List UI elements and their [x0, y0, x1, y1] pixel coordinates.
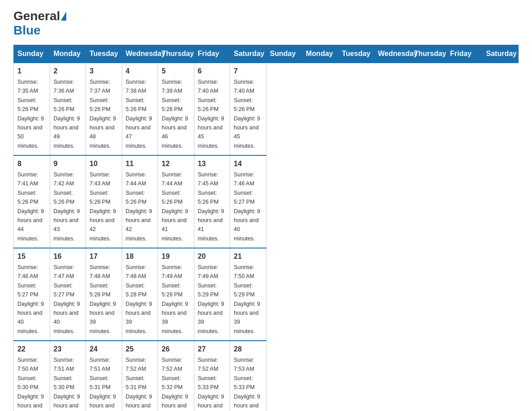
calendar-day-cell: 2Sunrise: 7:36 AMSunset: 5:26 PMDaylight… [50, 63, 86, 155]
day-header-wednesday: Wednesday [374, 45, 411, 63]
day-info: Sunrise: 7:38 AMSunset: 5:26 PMDaylight:… [126, 79, 152, 149]
day-number: 14 [234, 158, 262, 169]
day-info: Sunrise: 7:45 AMSunset: 5:26 PMDaylight:… [198, 171, 224, 242]
day-info: Sunrise: 7:39 AMSunset: 5:26 PMDaylight:… [162, 79, 188, 149]
day-header-monday: Monday [50, 45, 86, 63]
calendar-day-cell: 27Sunrise: 7:52 AMSunset: 5:33 PMDayligh… [194, 341, 230, 411]
logo: General Blue [13, 9, 67, 38]
day-header-thursday: Thursday [158, 45, 194, 63]
day-number: 23 [54, 344, 82, 355]
day-info: Sunrise: 7:51 AMSunset: 5:30 PMDaylight:… [54, 357, 80, 411]
day-info: Sunrise: 7:52 AMSunset: 5:33 PMDaylight:… [198, 357, 224, 411]
day-info: Sunrise: 7:51 AMSunset: 5:31 PMDaylight:… [90, 357, 116, 411]
day-number: 7 [234, 66, 262, 77]
day-header-wednesday: Wednesday [122, 45, 158, 63]
day-number: 4 [126, 66, 154, 77]
day-info: Sunrise: 7:48 AMSunset: 5:28 PMDaylight:… [90, 264, 116, 334]
calendar-day-cell: 15Sunrise: 7:46 AMSunset: 5:27 PMDayligh… [14, 248, 50, 341]
day-number: 5 [162, 66, 190, 77]
day-header-monday: Monday [302, 45, 339, 63]
day-header-thursday: Thursday [410, 45, 446, 63]
day-info: Sunrise: 7:46 AMSunset: 5:27 PMDaylight:… [17, 264, 44, 334]
calendar-week-row: 1Sunrise: 7:35 AMSunset: 5:26 PMDaylight… [14, 63, 519, 155]
day-number: 1 [17, 66, 46, 77]
calendar-day-cell: 19Sunrise: 7:49 AMSunset: 5:28 PMDayligh… [158, 248, 194, 341]
calendar-day-cell: 26Sunrise: 7:52 AMSunset: 5:32 PMDayligh… [158, 341, 194, 411]
day-header-saturday: Saturday [482, 45, 519, 63]
day-header-sunday: Sunday [14, 45, 50, 63]
calendar-header-row: SundayMondayTuesdayWednesdayThursdayFrid… [14, 45, 519, 63]
day-number: 16 [54, 251, 82, 262]
day-header-tuesday: Tuesday [86, 45, 122, 63]
day-number: 24 [90, 344, 118, 355]
calendar-day-cell: 9Sunrise: 7:42 AMSunset: 5:26 PMDaylight… [50, 155, 86, 248]
day-info: Sunrise: 7:46 AMSunset: 5:27 PMDaylight:… [234, 171, 260, 242]
logo-general-text: General [13, 9, 60, 23]
day-number: 27 [198, 344, 227, 355]
day-info: Sunrise: 7:40 AMSunset: 5:26 PMDaylight:… [234, 79, 260, 149]
day-number: 28 [234, 344, 262, 355]
day-info: Sunrise: 7:43 AMSunset: 5:26 PMDaylight:… [90, 171, 116, 242]
day-info: Sunrise: 7:44 AMSunset: 5:26 PMDaylight:… [162, 171, 188, 242]
day-number: 9 [54, 158, 82, 169]
calendar-day-cell: 11Sunrise: 7:44 AMSunset: 5:26 PMDayligh… [122, 155, 158, 248]
day-info: Sunrise: 7:47 AMSunset: 5:27 PMDaylight:… [54, 264, 80, 334]
calendar-day-cell: 4Sunrise: 7:38 AMSunset: 5:26 PMDaylight… [122, 63, 158, 155]
day-info: Sunrise: 7:36 AMSunset: 5:26 PMDaylight:… [54, 79, 80, 149]
logo-triangle-icon [61, 12, 66, 21]
day-info: Sunrise: 7:40 AMSunset: 5:26 PMDaylight:… [198, 79, 224, 149]
day-info: Sunrise: 7:52 AMSunset: 5:32 PMDaylight:… [162, 357, 188, 411]
calendar-day-cell: 21Sunrise: 7:50 AMSunset: 5:29 PMDayligh… [230, 248, 266, 341]
calendar-day-cell: 14Sunrise: 7:46 AMSunset: 5:27 PMDayligh… [230, 155, 266, 248]
day-header-tuesday: Tuesday [338, 45, 374, 63]
day-number: 22 [17, 344, 46, 355]
calendar-day-cell: 24Sunrise: 7:51 AMSunset: 5:31 PMDayligh… [86, 341, 122, 411]
day-number: 11 [126, 158, 154, 169]
calendar-day-cell: 23Sunrise: 7:51 AMSunset: 5:30 PMDayligh… [50, 341, 86, 411]
day-number: 18 [126, 251, 154, 262]
day-header-friday: Friday [446, 45, 483, 63]
day-info: Sunrise: 7:49 AMSunset: 5:28 PMDaylight:… [162, 264, 188, 334]
day-header-sunday: Sunday [266, 45, 302, 63]
day-number: 21 [234, 251, 262, 262]
day-number: 10 [90, 158, 118, 169]
calendar-day-cell: 13Sunrise: 7:45 AMSunset: 5:26 PMDayligh… [194, 155, 230, 248]
calendar-week-row: 22Sunrise: 7:50 AMSunset: 5:30 PMDayligh… [14, 341, 519, 411]
day-number: 17 [90, 251, 118, 262]
day-header-friday: Friday [194, 45, 230, 63]
day-info: Sunrise: 7:50 AMSunset: 5:29 PMDaylight:… [234, 264, 260, 334]
calendar-day-cell: 10Sunrise: 7:43 AMSunset: 5:26 PMDayligh… [86, 155, 122, 248]
day-number: 25 [126, 344, 154, 355]
day-number: 8 [17, 158, 46, 169]
day-number: 19 [162, 251, 190, 262]
day-info: Sunrise: 7:52 AMSunset: 5:31 PMDaylight:… [126, 357, 152, 411]
calendar-day-cell: 1Sunrise: 7:35 AMSunset: 5:26 PMDaylight… [14, 63, 50, 155]
calendar-day-cell: 22Sunrise: 7:50 AMSunset: 5:30 PMDayligh… [14, 341, 50, 411]
calendar-day-cell: 28Sunrise: 7:53 AMSunset: 5:33 PMDayligh… [230, 341, 266, 411]
day-info: Sunrise: 7:48 AMSunset: 5:28 PMDaylight:… [126, 264, 152, 334]
calendar-day-cell: 16Sunrise: 7:47 AMSunset: 5:27 PMDayligh… [50, 248, 86, 341]
calendar-day-cell: 12Sunrise: 7:44 AMSunset: 5:26 PMDayligh… [158, 155, 194, 248]
page-header: General Blue [13, 9, 519, 38]
day-info: Sunrise: 7:50 AMSunset: 5:30 PMDaylight:… [17, 357, 44, 411]
day-info: Sunrise: 7:37 AMSunset: 5:26 PMDaylight:… [90, 79, 116, 149]
day-info: Sunrise: 7:35 AMSunset: 5:26 PMDaylight:… [17, 79, 44, 149]
logo-blue-text: Blue [13, 23, 41, 38]
calendar-day-cell: 17Sunrise: 7:48 AMSunset: 5:28 PMDayligh… [86, 248, 122, 341]
calendar-week-row: 15Sunrise: 7:46 AMSunset: 5:27 PMDayligh… [14, 248, 519, 341]
day-number: 20 [198, 251, 227, 262]
calendar-day-cell: 6Sunrise: 7:40 AMSunset: 5:26 PMDaylight… [194, 63, 230, 155]
calendar-day-cell: 7Sunrise: 7:40 AMSunset: 5:26 PMDaylight… [230, 63, 266, 155]
calendar-day-cell: 3Sunrise: 7:37 AMSunset: 5:26 PMDaylight… [86, 63, 122, 155]
day-number: 15 [17, 251, 46, 262]
calendar-table: SundayMondayTuesdayWednesdayThursdayFrid… [13, 45, 519, 411]
day-info: Sunrise: 7:41 AMSunset: 5:26 PMDaylight:… [17, 171, 44, 242]
day-number: 3 [90, 66, 118, 77]
day-number: 6 [198, 66, 227, 77]
calendar-day-cell: 20Sunrise: 7:49 AMSunset: 5:29 PMDayligh… [194, 248, 230, 341]
day-info: Sunrise: 7:44 AMSunset: 5:26 PMDaylight:… [126, 171, 152, 242]
day-info: Sunrise: 7:49 AMSunset: 5:29 PMDaylight:… [198, 264, 224, 334]
day-info: Sunrise: 7:42 AMSunset: 5:26 PMDaylight:… [54, 171, 80, 242]
day-number: 2 [54, 66, 82, 77]
day-number: 12 [162, 158, 190, 169]
